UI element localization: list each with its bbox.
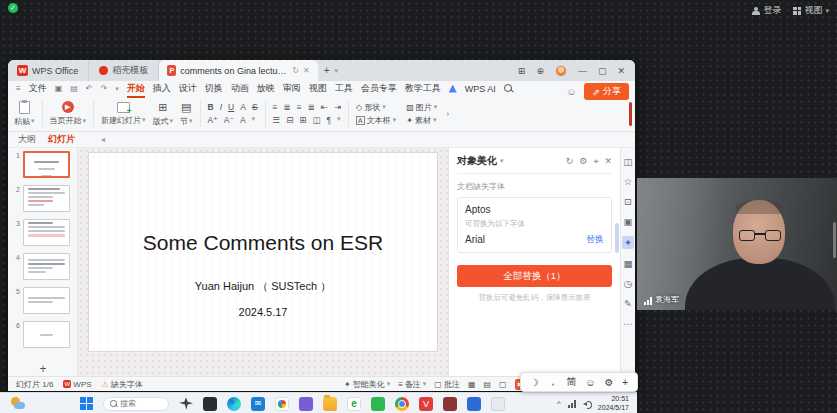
maroon-app-icon[interactable] (443, 397, 457, 411)
caret-icon[interactable]: ▾ (337, 115, 341, 125)
tab-list-caret[interactable]: ▾ (335, 67, 339, 75)
beautify-icon[interactable]: ✦ (622, 236, 634, 249)
text-effect-button[interactable]: A (240, 115, 246, 125)
caret-icon[interactable]: ▾ (252, 115, 256, 125)
more-icon[interactable]: ⋯ (623, 318, 633, 329)
caret-icon[interactable]: ▾ (500, 157, 504, 165)
paragraph-mark-button[interactable]: ¶ (326, 115, 331, 125)
edit-tool-icon[interactable]: ✎ (624, 298, 632, 309)
dark-app-icon[interactable] (203, 397, 217, 411)
material-button[interactable]: ✦ 素材 ▾ (406, 115, 437, 126)
browser-e-icon[interactable]: e (347, 397, 361, 411)
tab-outline[interactable]: 大纲 (18, 133, 36, 146)
menu-tab-ai[interactable]: WPS AI (465, 84, 496, 94)
underline-button[interactable]: U (228, 102, 234, 112)
collapse-panel-icon[interactable]: ◂ (101, 135, 105, 144)
menu-tab-view[interactable]: 视图 (309, 82, 327, 95)
gear-icon[interactable]: ⚙ (579, 156, 587, 167)
menu-tab-review[interactable]: 审阅 (283, 82, 301, 95)
sidebar-scrollbar[interactable] (833, 222, 836, 258)
star-icon[interactable]: ☆ (624, 176, 633, 187)
close-window-button[interactable]: ✕ (617, 66, 625, 76)
new-tab-button[interactable]: + (324, 65, 330, 76)
search-icon[interactable] (504, 84, 513, 93)
paste-button[interactable]: 粘贴▾ (14, 101, 35, 127)
menu-tab-tools[interactable]: 工具 (335, 82, 353, 95)
ribbon-scroll-indicator[interactable] (629, 102, 632, 126)
quickbar-caret[interactable]: ▾ (115, 85, 119, 93)
taskbar-search[interactable] (103, 397, 169, 411)
align-right-button[interactable]: ≡ (297, 102, 302, 112)
new-slide-button[interactable]: 新建幻灯片▾ (101, 102, 146, 126)
blue-app-icon[interactable] (467, 397, 481, 411)
align-left-button[interactable]: ≡ (273, 102, 278, 112)
document-tab[interactable]: P comments on Gina lecture2 ↻ ✕ (159, 60, 317, 81)
picture-button[interactable]: ▨ 图片 ▾ (406, 102, 437, 113)
globe-icon[interactable]: ⊕ (536, 66, 544, 76)
textbox-button[interactable]: A 文本框 ▾ (356, 115, 396, 126)
slide-author[interactable]: Yuan Haijun （ SUSTech ） (89, 279, 437, 294)
template-tab[interactable]: 稻壳模板 (89, 60, 159, 81)
view-reading-button[interactable]: ▢ (499, 380, 507, 389)
menu-tab-teaching[interactable]: 教学工具 (405, 82, 441, 95)
missing-font-warning[interactable]: ⚠ 缺失字体 (102, 379, 143, 390)
slide-date[interactable]: 2024.5.17 (89, 306, 437, 318)
undo-icon[interactable]: ↶ (86, 84, 93, 93)
menu-tab-member[interactable]: 会员专享 (361, 82, 397, 95)
slide-thumbnail-6[interactable]: 6 (14, 321, 77, 348)
save-icon[interactable]: ▣ (55, 84, 63, 93)
slide-thumbnail-2[interactable]: 2 (14, 185, 77, 212)
slide-thumbnail-1[interactable]: 1 (14, 151, 77, 178)
justify-button[interactable]: ≣ (308, 102, 315, 112)
font-color-button[interactable]: A (240, 102, 246, 112)
text-direction-button[interactable]: ◫ (312, 115, 320, 125)
refresh-icon[interactable]: ↻ (566, 156, 574, 167)
volume-icon[interactable] (583, 400, 591, 408)
tray-expand-icon[interactable]: ^ (557, 399, 561, 408)
italic-button[interactable]: I (220, 102, 222, 112)
increase-font-button[interactable]: A⁺ (208, 115, 218, 125)
ribbon-expand-icon[interactable]: › (446, 109, 449, 119)
comments-button[interactable]: ▢ 批注 (434, 379, 460, 390)
tray-clock[interactable]: 20:51 2024/5/17 (598, 395, 629, 412)
avatar[interactable] (555, 65, 567, 77)
wps-assistant[interactable]: W WPS (63, 380, 91, 389)
strikethrough-button[interactable]: S (252, 102, 258, 112)
ime-emoji-icon[interactable]: ☺ (585, 377, 595, 388)
template-icon[interactable]: ⊡ (624, 196, 632, 207)
mail-app-icon[interactable]: ✉ (251, 397, 265, 411)
bullet-list-button[interactable]: ☰ (273, 115, 281, 125)
ime-mode-icon[interactable]: ☽ (530, 377, 539, 388)
shapes-button[interactable]: ◇ 形状 ▾ (356, 102, 396, 113)
line-spacing-button[interactable]: ⊟ (286, 115, 293, 125)
menu-tab-home[interactable]: 开始 (127, 82, 145, 95)
redo-icon[interactable]: ↷ (101, 84, 108, 93)
indent-button[interactable]: ⇥ (334, 102, 341, 112)
add-slide-button[interactable]: + (8, 362, 78, 376)
slide-thumbnail-3[interactable]: 3 (14, 219, 77, 246)
feedback-smiley-icon[interactable]: ☺ (566, 86, 576, 97)
ime-more-icon[interactable]: + (622, 377, 628, 388)
sync-icon[interactable]: ↻ (292, 66, 299, 75)
history-icon[interactable]: ◷ (624, 278, 632, 289)
smart-beautify-button[interactable]: ✦ 智能美化 ▾ (344, 379, 390, 390)
maximize-button[interactable]: ▢ (598, 66, 607, 76)
hamburger-icon[interactable]: ≡ (16, 84, 21, 93)
image-tool-icon[interactable]: ▣ (624, 216, 633, 227)
layout-button[interactable]: ⊞ 版式▾ (153, 101, 174, 127)
slide-title[interactable]: Some Comments on ESR (89, 231, 437, 255)
decrease-font-button[interactable]: A⁻ (224, 115, 234, 125)
align-center-button[interactable]: ≣ (284, 102, 291, 112)
notes-button[interactable]: ≡ 备注 ▾ (398, 379, 426, 390)
edge-browser-icon[interactable] (227, 397, 241, 411)
pin-icon[interactable]: ⌖ (593, 156, 598, 167)
replace-all-button[interactable]: 全部替换（1） (457, 265, 612, 287)
minimize-button[interactable]: — (578, 66, 587, 76)
menu-tab-transition[interactable]: 切换 (205, 82, 223, 95)
widgets-weather-icon[interactable] (10, 396, 26, 411)
section-button[interactable]: ▤ 节▾ (180, 101, 193, 127)
wps-home-tab[interactable]: W WPS Office (8, 60, 89, 81)
apps-grid-icon[interactable]: ⊞ (518, 66, 526, 76)
tab-slides[interactable]: 幻灯片 (48, 133, 75, 146)
print-icon[interactable]: ▤ (70, 84, 78, 93)
